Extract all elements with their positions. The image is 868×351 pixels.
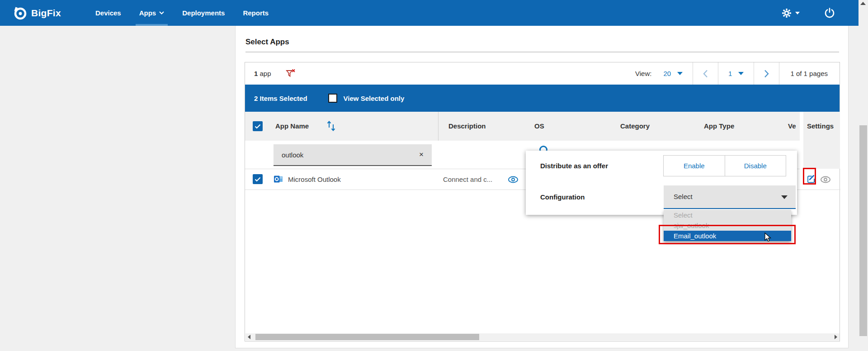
- chevron-left-icon: [703, 70, 708, 78]
- pagination: View: 20 1: [635, 62, 840, 85]
- app-settings-popup: Distribute as an offer Enable Disable Co…: [526, 151, 797, 215]
- bigfix-logo-icon: [14, 6, 27, 20]
- distribute-offer-label: Distribute as an offer: [540, 151, 608, 181]
- view-selected-checkbox[interactable]: [328, 94, 337, 103]
- view-selected-label: View Selected only: [344, 95, 405, 102]
- prev-page-button[interactable]: [693, 62, 718, 85]
- column-header-category[interactable]: Category: [620, 112, 650, 141]
- outlook-app-icon: [274, 175, 283, 184]
- scroll-left-arrow-icon[interactable]: [248, 335, 250, 339]
- offer-toggle-group: Enable Disable: [663, 155, 786, 176]
- view-description-eye-icon[interactable]: [508, 176, 519, 183]
- configuration-label: Configuration: [540, 185, 585, 209]
- bigfix-logo[interactable]: BigFix: [14, 6, 61, 20]
- power-icon[interactable]: [824, 8, 835, 19]
- select-all-checkbox[interactable]: [253, 121, 263, 131]
- page-scrollbar-thumb[interactable]: [859, 125, 867, 336]
- disable-button[interactable]: Disable: [725, 156, 786, 176]
- chevron-right-icon: [764, 70, 769, 78]
- page-title: Select Apps: [245, 38, 289, 47]
- brand-name: BigFix: [31, 8, 61, 19]
- column-header-app-type[interactable]: App Type: [704, 112, 734, 141]
- page-number-select[interactable]: 1: [718, 62, 754, 85]
- page-size-caret-icon[interactable]: [677, 72, 683, 75]
- table-horizontal-scrollbar[interactable]: [245, 333, 840, 341]
- scroll-up-arrow-icon[interactable]: [860, 2, 866, 5]
- nav-deployments[interactable]: Deployments: [173, 0, 234, 26]
- option-select[interactable]: Select: [664, 210, 791, 220]
- column-header-settings: Settings: [807, 112, 834, 141]
- filter-value: outlook: [282, 151, 303, 159]
- app-count: 1 app: [254, 70, 271, 77]
- mouse-cursor: [764, 232, 772, 242]
- check-icon: [255, 124, 261, 129]
- app-name-cell[interactable]: Microsoft Outlook: [288, 169, 341, 190]
- enable-button[interactable]: Enable: [664, 156, 725, 176]
- items-selected-text: 2 Items Selected: [254, 95, 307, 102]
- table-toolbar: 1 app View: 20: [245, 62, 840, 85]
- column-header-app-name[interactable]: App Name: [275, 112, 309, 141]
- gear-icon: [782, 8, 792, 18]
- configuration-select-value: Select: [674, 185, 693, 208]
- configuration-select[interactable]: Select: [664, 185, 796, 209]
- row-checkbox[interactable]: [253, 174, 263, 184]
- annotation-box-email-outlook: [659, 225, 796, 244]
- navbar-actions: [782, 8, 835, 19]
- check-icon: [255, 177, 261, 182]
- column-header-version-truncated[interactable]: Ve: [788, 112, 796, 141]
- view-label: View:: [635, 70, 651, 77]
- chevron-down-icon: [795, 12, 800, 14]
- clear-input-icon[interactable]: ×: [419, 150, 424, 159]
- top-navbar: BigFix Devices Apps Deployments Reports: [0, 0, 859, 26]
- horizontal-scrollbar-thumb[interactable]: [255, 334, 479, 340]
- nav-apps[interactable]: Apps: [130, 0, 174, 26]
- title-divider: [245, 52, 839, 52]
- column-header-description[interactable]: Description: [448, 112, 486, 141]
- pages-indicator: 1 of 1 pages: [779, 70, 840, 77]
- column-header-os[interactable]: OS: [534, 112, 544, 141]
- page-scrollbar[interactable]: [859, 0, 868, 351]
- view-settings-eye-icon[interactable]: [820, 176, 831, 183]
- scroll-right-arrow-icon[interactable]: [835, 335, 837, 339]
- page-number-caret-icon: [738, 72, 744, 75]
- settings-menu-button[interactable]: [782, 8, 800, 18]
- main-nav: Devices Apps Deployments Reports: [86, 0, 278, 26]
- chevron-down-icon: [159, 11, 164, 14]
- sort-icon[interactable]: [326, 120, 337, 133]
- clear-filter-icon[interactable]: [286, 69, 296, 78]
- screen: BigFix Devices Apps Deployments Reports: [0, 0, 868, 351]
- select-caret-icon: [781, 195, 788, 199]
- selection-bar: 2 Items Selected View Selected only: [245, 85, 840, 112]
- next-page-button[interactable]: [754, 62, 779, 85]
- page-size-value[interactable]: 20: [663, 70, 671, 77]
- nav-reports[interactable]: Reports: [234, 0, 278, 26]
- annotation-box-edit-icon: [803, 168, 816, 185]
- description-cell: Connect and c...: [443, 169, 492, 190]
- nav-devices[interactable]: Devices: [86, 0, 130, 26]
- app-name-filter-input[interactable]: outlook ×: [274, 144, 432, 166]
